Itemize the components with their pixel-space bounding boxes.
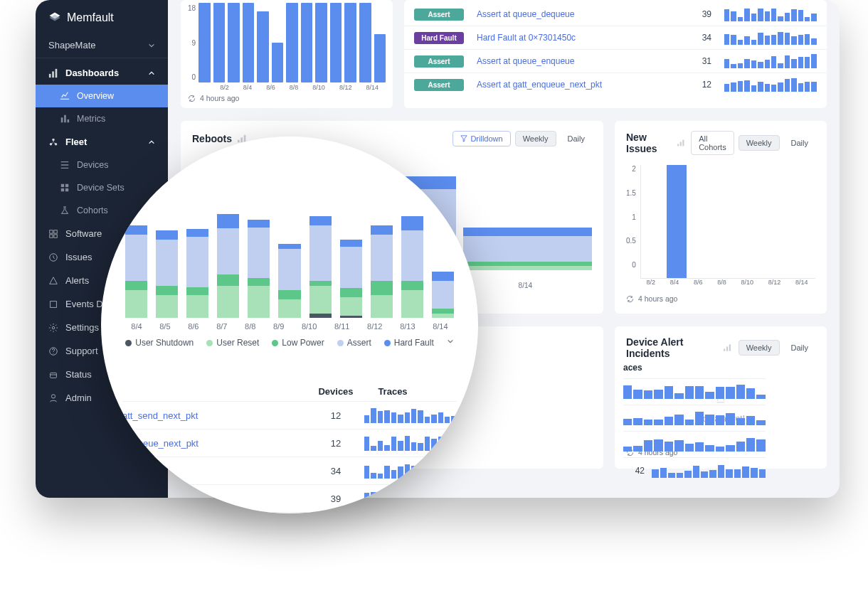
- issues-x-axis: 8/28/48/68/88/108/128/14: [626, 279, 815, 286]
- project-name: ShapeMate: [48, 40, 96, 50]
- daily-toggle[interactable]: Daily: [784, 136, 815, 150]
- svg-rect-14: [54, 230, 57, 233]
- reboots-title: Reboots: [192, 133, 232, 144]
- svg-rect-1: [52, 71, 54, 78]
- sparkline: [652, 464, 766, 478]
- signal-icon: [677, 139, 686, 147]
- top-issues-table: AssertAssert at queue_dequeue39Hard Faul…: [404, 0, 827, 108]
- svg-rect-29: [724, 349, 725, 351]
- sparkline: [724, 54, 817, 68]
- list-icon: [60, 160, 70, 170]
- issue-link[interactable]: Hard Fault at 0×7301450c: [477, 33, 676, 43]
- svg-rect-12: [65, 188, 68, 191]
- software-icon: [48, 229, 58, 239]
- svg-rect-30: [726, 346, 728, 351]
- logo-row: Memfault: [36, 0, 168, 33]
- issue-count: 12: [676, 80, 711, 90]
- chevron-down-icon[interactable]: [447, 338, 454, 345]
- svg-rect-9: [61, 184, 64, 187]
- drilldown-button[interactable]: Drilldown: [452, 131, 510, 146]
- daily-toggle[interactable]: Daily: [561, 132, 592, 146]
- issues-y-axis: 21.510.50: [626, 165, 640, 279]
- support-icon: [48, 346, 58, 356]
- status-icon: [48, 370, 58, 380]
- svg-rect-15: [50, 234, 53, 237]
- zoom-lens: 8/48/58/68/78/88/98/108/118/128/138/14 U…: [101, 137, 478, 513]
- issue-row[interactable]: AssertAssert at queue_dequeue39: [404, 3, 827, 26]
- issue-link[interactable]: Assert at queue_enqueue: [477, 56, 676, 66]
- svg-rect-13: [50, 230, 53, 233]
- svg-rect-4: [64, 115, 66, 123]
- svg-rect-24: [240, 137, 243, 142]
- alert-icon: [48, 276, 58, 286]
- grid-icon: [60, 183, 70, 193]
- dashboard-icon: [48, 68, 58, 78]
- chevron-down-icon: [148, 42, 155, 49]
- gear-icon: [48, 323, 58, 333]
- svg-rect-27: [679, 142, 681, 146]
- issue-count: 39: [676, 9, 711, 19]
- issues-bars: [640, 165, 815, 279]
- bg-traces-partial: aces 42: [623, 363, 766, 484]
- nav-device-sets[interactable]: Device Sets: [36, 176, 168, 199]
- fleet-icon: [48, 137, 58, 147]
- issue-count: 34: [676, 33, 711, 43]
- sparkline: [623, 411, 766, 425]
- nav-fleet[interactable]: Fleet: [36, 130, 168, 154]
- chart-icon: [60, 91, 70, 101]
- refresh-icon[interactable]: [188, 95, 196, 102]
- issue-row[interactable]: AssertAssert at gatt_enqueue_next_pkt12: [404, 73, 827, 96]
- issue-link[interactable]: att_send_next_pkt: [122, 410, 307, 421]
- svg-rect-23: [238, 140, 240, 143]
- nav-metrics[interactable]: Metrics: [36, 107, 168, 130]
- issue-link[interactable]: Assert at queue_dequeue: [477, 9, 676, 19]
- svg-point-19: [52, 326, 55, 329]
- svg-point-6: [52, 138, 55, 141]
- svg-rect-18: [51, 301, 57, 307]
- table-row[interactable]: att_send_next_pkt12: [122, 401, 457, 429]
- admin-icon: [48, 393, 58, 403]
- issue-row[interactable]: AssertAssert at queue_enqueue31: [404, 50, 827, 73]
- issue-badge: Assert: [414, 55, 464, 68]
- svg-rect-5: [68, 119, 70, 122]
- memfault-logo-icon: [48, 11, 61, 24]
- table-row[interactable]: enqueue_next_pkt12: [122, 429, 457, 457]
- svg-rect-3: [61, 117, 63, 122]
- sparkline: [724, 78, 817, 92]
- refresh-icon[interactable]: [626, 295, 634, 303]
- nav-devices[interactable]: Devices: [36, 154, 168, 176]
- weekly-toggle[interactable]: Weekly: [739, 340, 780, 356]
- zoom-reboots-chart: 8/48/58/68/78/88/98/108/118/128/138/14 U…: [122, 204, 457, 361]
- issues-icon: [48, 252, 58, 262]
- issue-count: 31: [676, 56, 711, 66]
- y-axis: 1890: [188, 3, 199, 91]
- svg-rect-28: [682, 140, 684, 146]
- project-selector[interactable]: ShapeMate: [36, 33, 168, 58]
- top-bar-chart-card: 1890 8/28/48/68/88/108/128/14 4 hours ag…: [181, 0, 393, 108]
- metrics-icon: [60, 114, 70, 124]
- issue-badge: Assert: [414, 79, 464, 91]
- sparkline: [623, 437, 766, 452]
- weekly-toggle[interactable]: Weekly: [515, 131, 556, 146]
- issue-row[interactable]: Hard FaultHard Fault at 0×7301450c34: [404, 26, 827, 50]
- daily-toggle[interactable]: Daily: [784, 341, 815, 355]
- nav-dashboards[interactable]: Dashboards: [36, 61, 168, 85]
- zoom-x-axis: 8/48/58/68/78/88/98/108/118/128/138/14: [122, 322, 457, 331]
- chevron-up-icon: [148, 70, 155, 77]
- refresh-row: 4 hours ago: [626, 292, 815, 303]
- brand-name: Memfault: [67, 11, 114, 24]
- svg-rect-16: [54, 234, 57, 237]
- all-cohorts-button[interactable]: All Cohorts: [691, 131, 734, 155]
- svg-rect-2: [55, 68, 58, 77]
- weekly-toggle[interactable]: Weekly: [739, 135, 780, 151]
- debug-icon: [48, 299, 58, 309]
- table-row[interactable]: 42: [122, 512, 457, 513]
- issue-link[interactable]: enqueue_next_pkt: [122, 438, 307, 449]
- nav-overview[interactable]: Overview: [36, 85, 168, 107]
- flask-icon: [60, 206, 70, 215]
- issue-link[interactable]: Assert at gatt_enqueue_next_pkt: [477, 80, 676, 90]
- refresh-row: 4 hours ago: [188, 91, 386, 102]
- x-axis: 8/28/48/68/88/108/128/14: [199, 84, 386, 91]
- sparkline: [623, 385, 766, 399]
- top-bars: [199, 3, 386, 84]
